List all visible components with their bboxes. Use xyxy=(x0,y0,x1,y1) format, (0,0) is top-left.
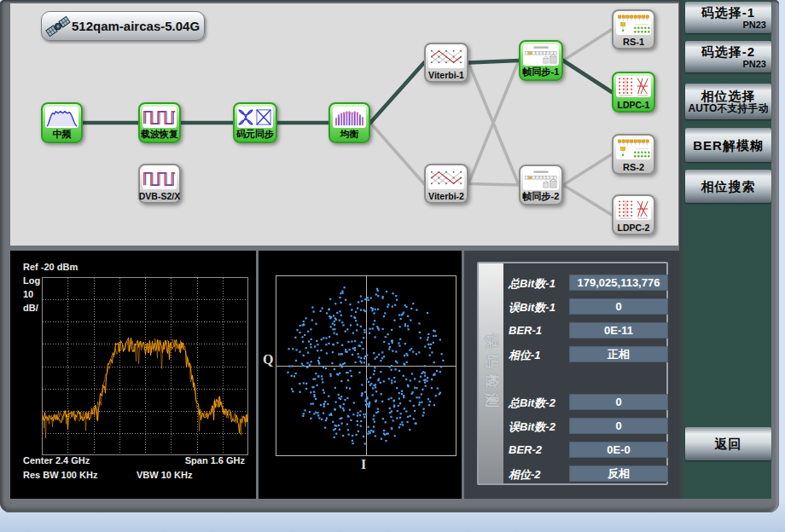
sidebar-button-sublabel: PN23 xyxy=(685,59,771,70)
flow-block-ldpc2[interactable]: LDPC-2 xyxy=(612,194,655,235)
ber-row: 相位-2反相 xyxy=(479,466,666,482)
ber-row-value: 0 xyxy=(569,418,668,434)
constellation-plot xyxy=(276,275,456,456)
flow-block-label: 载波恢复 xyxy=(137,128,183,141)
satellite-icon xyxy=(45,14,71,39)
equalizer-bars-icon xyxy=(333,107,366,128)
ber-box: 误码检测 总Bit数-1179,025,113,776误Bit数-10BER-1… xyxy=(477,262,668,485)
flow-block-label: 帧同步-2 xyxy=(517,190,565,203)
ber-row-value: 0E-11 xyxy=(569,322,668,338)
vbw-label: VBW 10 KHz xyxy=(137,470,192,480)
frame-sync-icon xyxy=(523,169,559,190)
flow-link-vit2-fs2 xyxy=(468,184,519,186)
sidebar-button-label: 码选择-1 xyxy=(701,5,755,20)
flow-block-label: Viterbi-2 xyxy=(422,191,470,201)
screen: 中频载波恢复码元同步均衡DVB-S2/XViterbi-1Viterbi-2帧同… xyxy=(0,0,785,532)
sidebar-button-phase-select[interactable]: 相位选择AUTO不支持手动 xyxy=(685,84,771,119)
ber-row-label: 误Bit数-1 xyxy=(509,300,555,315)
flow-block-symsync[interactable]: 码元同步 xyxy=(233,102,277,143)
ber-row-label: 总Bit数-1 xyxy=(509,276,555,292)
ber-row-label: 相位-1 xyxy=(509,348,541,363)
flow-link-eq-vit1 xyxy=(370,63,424,124)
flow-link-fs1-rs1 xyxy=(563,30,612,61)
flow-link-fs2-rs2 xyxy=(563,154,612,185)
flow-block-label: LDPC-2 xyxy=(610,223,657,233)
sidebar-button-phase-search[interactable]: 相位搜索 xyxy=(685,170,771,203)
flow-diagram-panel: 中频载波恢复码元同步均衡DVB-S2/XViterbi-1Viterbi-2帧同… xyxy=(10,3,678,246)
if-spectrum-icon xyxy=(45,107,78,128)
flow-block-rs1[interactable]: RS-1 xyxy=(612,9,655,49)
ber-row-value: 0E-0 xyxy=(569,442,668,458)
q-axis-label: Q xyxy=(263,352,273,367)
square-wave-icon xyxy=(142,168,177,189)
flow-block-fs1[interactable]: 帧同步-1 xyxy=(519,40,563,81)
flow-block-eq[interactable]: 均衡 xyxy=(329,102,370,143)
ldpc-icon xyxy=(616,76,651,97)
flow-block-vit2[interactable]: Viterbi-2 xyxy=(424,164,468,204)
signal-source-label: 512qam-aircas-5.04G xyxy=(72,19,200,33)
center-freq-label: Center 2.4 GHz xyxy=(23,455,90,466)
sidebar-button-label: 返回 xyxy=(715,437,742,451)
ber-row-label: 误Bit数-2 xyxy=(509,419,555,435)
sidebar-button-label: 相位选择 xyxy=(701,89,756,103)
scale-label: 10 xyxy=(23,289,33,299)
flow-block-label: 均衡 xyxy=(327,128,372,141)
rs-code-icon xyxy=(616,138,651,159)
log-label: Log xyxy=(23,275,40,286)
sidebar-button-sublabel: AUTO不支持手动 xyxy=(685,103,771,114)
rs-code-icon xyxy=(616,14,651,35)
sidebar-button-back[interactable]: 返回 xyxy=(685,427,771,460)
signal-source-button[interactable]: 512qam-aircas-5.04G xyxy=(41,11,205,41)
flow-block-if[interactable]: 中频 xyxy=(41,102,83,143)
i-axis-label: I xyxy=(361,457,366,472)
flow-block-vit1[interactable]: Viterbi-1 xyxy=(424,43,468,83)
spectrum-plot xyxy=(42,277,248,455)
flow-block-label: LDPC-1 xyxy=(610,100,657,110)
flow-block-label: RS-2 xyxy=(610,162,657,172)
ber-row-value: 反相 xyxy=(569,466,668,482)
ber-row: BER-10E-11 xyxy=(479,322,666,338)
eye-diagram-icon xyxy=(237,107,273,128)
flow-block-label: 帧同步-1 xyxy=(517,66,565,78)
ber-row: 总Bit数-20 xyxy=(479,394,666,410)
flow-block-label: 中频 xyxy=(39,128,84,141)
span-label: Span 1.6 GHz xyxy=(185,455,245,466)
flow-block-label: DVB-S2/X xyxy=(137,191,183,201)
flow-block-label: Viterbi-1 xyxy=(422,70,470,80)
ber-row-value: 179,025,113,776 xyxy=(569,275,668,291)
flow-link-eq-vit2 xyxy=(370,123,424,184)
sidebar-button-label: 相位搜索 xyxy=(701,179,756,194)
flow-block-dvb[interactable]: DVB-S2/X xyxy=(138,164,181,204)
ber-row: 误Bit数-20 xyxy=(479,418,666,434)
sidebar-button-sublabel: PN23 xyxy=(685,20,771,31)
frame-sync-icon xyxy=(523,44,559,66)
sidebar-button-code-select-1[interactable]: 码选择-1PN23 xyxy=(685,2,771,33)
ber-row-label: 总Bit数-2 xyxy=(509,396,555,411)
flow-link-vit1-fs1 xyxy=(468,61,519,63)
flow-block-label: 码元同步 xyxy=(231,128,279,141)
ref-level-label: Ref -20 dBm xyxy=(23,262,78,272)
ber-row: 总Bit数-1179,025,113,776 xyxy=(479,275,666,291)
square-wave-icon xyxy=(142,107,177,128)
ber-row-label: BER-1 xyxy=(509,324,542,337)
ber-row-label: BER-2 xyxy=(509,443,542,456)
rbw-label: Res BW 100 KHz xyxy=(23,470,97,480)
flow-block-ldpc1[interactable]: LDPC-1 xyxy=(612,72,655,113)
db-per-div-label: dB/ xyxy=(23,303,38,313)
ldpc-icon xyxy=(616,199,651,220)
sidebar-button-code-select-2[interactable]: 码选择-2PN23 xyxy=(685,41,771,72)
spectrum-panel: Ref -20 dBm Log 10 dB/ Center 2.4 GHz Sp… xyxy=(10,251,256,499)
ber-row-value: 0 xyxy=(569,298,668,315)
flow-block-label: RS-1 xyxy=(610,37,657,47)
flow-block-fs2[interactable]: 帧同步-2 xyxy=(519,165,563,205)
sidebar: 码选择-1PN23码选择-2PN23相位选择AUTO不支持手动BER解模糊相位搜… xyxy=(679,0,771,499)
flow-block-rs2[interactable]: RS-2 xyxy=(612,134,655,175)
ber-row-label: 相位-2 xyxy=(509,467,541,483)
flow-link-fs2-ldpc2 xyxy=(563,185,612,215)
ber-panel: 误码检测 总Bit数-1179,025,113,776误Bit数-10BER-1… xyxy=(464,251,679,499)
ber-row-value: 正相 xyxy=(569,346,668,362)
flow-block-carrier[interactable]: 载波恢复 xyxy=(138,102,181,143)
sidebar-button-ber-disambiguate[interactable]: BER解模糊 xyxy=(685,128,771,162)
sidebar-button-label: BER解模糊 xyxy=(693,138,764,153)
ber-row: BER-20E-0 xyxy=(479,442,666,458)
